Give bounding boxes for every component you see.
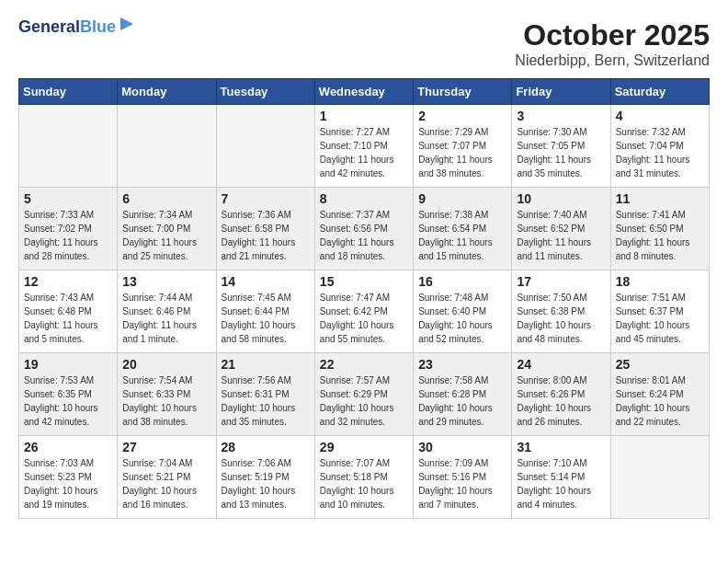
calendar-cell — [610, 436, 709, 519]
calendar-cell: 19Sunrise: 7:53 AMSunset: 6:35 PMDayligh… — [19, 353, 118, 436]
calendar-cell: 7Sunrise: 7:36 AMSunset: 6:58 PMDaylight… — [216, 188, 314, 270]
day-info: Sunrise: 7:37 AMSunset: 6:56 PMDaylight:… — [320, 208, 408, 263]
day-info: Sunrise: 7:54 AMSunset: 6:33 PMDaylight:… — [122, 373, 210, 429]
day-info: Sunrise: 8:00 AMSunset: 6:26 PMDaylight:… — [517, 373, 605, 429]
day-info: Sunrise: 7:03 AMSunset: 5:23 PMDaylight:… — [24, 456, 112, 511]
day-number: 27 — [122, 440, 210, 454]
title-section: October 2025 Niederbipp, Bern, Switzerla… — [515, 18, 710, 69]
calendar-cell: 29Sunrise: 7:07 AMSunset: 5:18 PMDayligh… — [314, 436, 413, 519]
day-number: 5 — [24, 191, 112, 206]
day-info: Sunrise: 7:44 AMSunset: 6:46 PMDaylight:… — [122, 291, 210, 346]
day-info: Sunrise: 7:57 AMSunset: 6:29 PMDaylight:… — [320, 373, 408, 429]
logo-arrow-icon — [119, 16, 135, 32]
calendar-cell: 31Sunrise: 7:10 AMSunset: 5:14 PMDayligh… — [512, 436, 610, 519]
day-number: 10 — [517, 191, 605, 206]
calendar-row-1: 5Sunrise: 7:33 AMSunset: 7:02 PMDaylight… — [19, 188, 710, 270]
day-info: Sunrise: 7:36 AMSunset: 6:58 PMDaylight:… — [222, 208, 310, 263]
calendar-cell: 21Sunrise: 7:56 AMSunset: 6:31 PMDayligh… — [216, 353, 314, 436]
calendar-row-2: 12Sunrise: 7:43 AMSunset: 6:48 PMDayligh… — [19, 270, 710, 353]
weekday-header-friday: Friday — [512, 79, 610, 105]
calendar-cell: 3Sunrise: 7:30 AMSunset: 7:05 PMDaylight… — [512, 105, 610, 188]
day-number: 15 — [320, 274, 408, 289]
day-number: 26 — [24, 440, 112, 454]
day-number: 24 — [517, 357, 605, 372]
day-number: 16 — [418, 274, 506, 289]
calendar-row-4: 26Sunrise: 7:03 AMSunset: 5:23 PMDayligh… — [19, 436, 710, 519]
day-info: Sunrise: 7:38 AMSunset: 6:54 PMDaylight:… — [418, 208, 506, 263]
day-info: Sunrise: 7:06 AMSunset: 5:19 PMDaylight:… — [222, 456, 310, 511]
day-number: 31 — [517, 440, 605, 454]
day-info: Sunrise: 7:56 AMSunset: 6:31 PMDaylight:… — [222, 373, 310, 429]
calendar-cell: 17Sunrise: 7:50 AMSunset: 6:38 PMDayligh… — [512, 270, 610, 353]
svg-marker-0 — [120, 17, 133, 30]
calendar-cell — [118, 105, 216, 188]
calendar-cell: 6Sunrise: 7:34 AMSunset: 7:00 PMDaylight… — [118, 188, 216, 270]
calendar-table: SundayMondayTuesdayWednesdayThursdayFrid… — [18, 78, 710, 519]
calendar-cell: 27Sunrise: 7:04 AMSunset: 5:21 PMDayligh… — [118, 436, 216, 519]
day-number: 4 — [616, 109, 704, 123]
weekday-header-tuesday: Tuesday — [216, 79, 314, 105]
day-number: 25 — [616, 357, 704, 372]
calendar-cell: 25Sunrise: 8:01 AMSunset: 6:24 PMDayligh… — [610, 353, 709, 436]
day-info: Sunrise: 7:10 AMSunset: 5:14 PMDaylight:… — [517, 456, 605, 511]
calendar-cell: 15Sunrise: 7:47 AMSunset: 6:42 PMDayligh… — [314, 270, 413, 353]
day-number: 19 — [24, 357, 112, 372]
calendar-cell: 11Sunrise: 7:41 AMSunset: 6:50 PMDayligh… — [610, 188, 709, 270]
calendar-cell: 18Sunrise: 7:51 AMSunset: 6:37 PMDayligh… — [610, 270, 709, 353]
day-number: 7 — [222, 191, 310, 206]
day-info: Sunrise: 7:53 AMSunset: 6:35 PMDaylight:… — [24, 373, 112, 429]
day-info: Sunrise: 7:27 AMSunset: 7:10 PMDaylight:… — [320, 125, 408, 180]
day-number: 1 — [320, 109, 408, 123]
day-number: 17 — [517, 274, 605, 289]
calendar-row-3: 19Sunrise: 7:53 AMSunset: 6:35 PMDayligh… — [19, 353, 710, 436]
day-number: 6 — [122, 191, 210, 206]
location: Niederbipp, Bern, Switzerland — [515, 52, 710, 69]
day-info: Sunrise: 7:47 AMSunset: 6:42 PMDaylight:… — [320, 291, 408, 346]
weekday-header-wednesday: Wednesday — [314, 79, 413, 105]
calendar-row-0: 1Sunrise: 7:27 AMSunset: 7:10 PMDaylight… — [19, 105, 710, 188]
weekday-header-thursday: Thursday — [414, 79, 512, 105]
day-number: 22 — [320, 357, 408, 372]
day-info: Sunrise: 7:33 AMSunset: 7:02 PMDaylight:… — [24, 208, 112, 263]
calendar-cell: 30Sunrise: 7:09 AMSunset: 5:16 PMDayligh… — [414, 436, 512, 519]
day-number: 11 — [616, 191, 704, 206]
calendar-cell: 8Sunrise: 7:37 AMSunset: 6:56 PMDaylight… — [314, 188, 413, 270]
weekday-header-row: SundayMondayTuesdayWednesdayThursdayFrid… — [19, 79, 710, 105]
day-info: Sunrise: 7:09 AMSunset: 5:16 PMDaylight:… — [418, 456, 506, 511]
day-info: Sunrise: 8:01 AMSunset: 6:24 PMDaylight:… — [616, 373, 704, 429]
month-title: October 2025 — [515, 18, 710, 52]
day-number: 3 — [517, 109, 605, 123]
day-number: 29 — [320, 440, 408, 454]
weekday-header-sunday: Sunday — [19, 79, 118, 105]
day-info: Sunrise: 7:32 AMSunset: 7:04 PMDaylight:… — [616, 125, 704, 180]
day-info: Sunrise: 7:51 AMSunset: 6:37 PMDaylight:… — [616, 291, 704, 346]
day-info: Sunrise: 7:48 AMSunset: 6:40 PMDaylight:… — [418, 291, 506, 346]
calendar-cell: 12Sunrise: 7:43 AMSunset: 6:48 PMDayligh… — [19, 270, 118, 353]
calendar-cell: 10Sunrise: 7:40 AMSunset: 6:52 PMDayligh… — [512, 188, 610, 270]
calendar-cell: 9Sunrise: 7:38 AMSunset: 6:54 PMDaylight… — [414, 188, 512, 270]
calendar-cell: 5Sunrise: 7:33 AMSunset: 7:02 PMDaylight… — [19, 188, 118, 270]
day-info: Sunrise: 7:40 AMSunset: 6:52 PMDaylight:… — [517, 208, 605, 263]
day-number: 2 — [418, 109, 506, 123]
day-info: Sunrise: 7:07 AMSunset: 5:18 PMDaylight:… — [320, 456, 408, 511]
calendar-cell: 23Sunrise: 7:58 AMSunset: 6:28 PMDayligh… — [414, 353, 512, 436]
logo-text: GeneralBlue — [18, 18, 116, 37]
calendar-cell: 26Sunrise: 7:03 AMSunset: 5:23 PMDayligh… — [19, 436, 118, 519]
calendar-cell: 4Sunrise: 7:32 AMSunset: 7:04 PMDaylight… — [610, 105, 709, 188]
calendar-cell — [19, 105, 118, 188]
weekday-header-monday: Monday — [118, 79, 216, 105]
day-number: 21 — [222, 357, 310, 372]
logo: GeneralBlue — [18, 18, 135, 37]
day-number: 14 — [222, 274, 310, 289]
calendar-cell: 24Sunrise: 8:00 AMSunset: 6:26 PMDayligh… — [512, 353, 610, 436]
day-info: Sunrise: 7:43 AMSunset: 6:48 PMDaylight:… — [24, 291, 112, 346]
calendar-cell: 28Sunrise: 7:06 AMSunset: 5:19 PMDayligh… — [216, 436, 314, 519]
page-header: GeneralBlue October 2025 Niederbipp, Ber… — [18, 18, 710, 69]
day-number: 20 — [122, 357, 210, 372]
day-number: 30 — [418, 440, 506, 454]
day-info: Sunrise: 7:58 AMSunset: 6:28 PMDaylight:… — [418, 373, 506, 429]
day-number: 9 — [418, 191, 506, 206]
day-number: 8 — [320, 191, 408, 206]
day-number: 23 — [418, 357, 506, 372]
day-number: 12 — [24, 274, 112, 289]
